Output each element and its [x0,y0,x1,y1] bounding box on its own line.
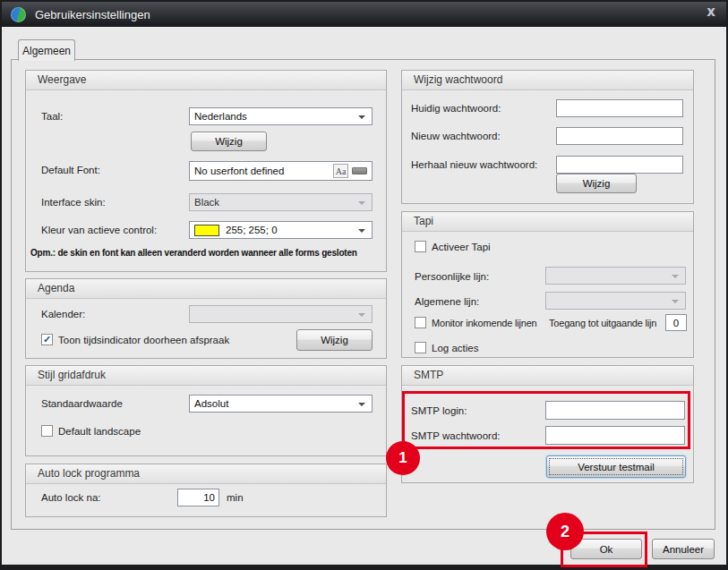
kalender-combobox [189,305,373,323]
tijdsindicator-label: Toon tijdsindicator doorheen afspraak [58,335,229,345]
nieuw-wachtwoord-input[interactable] [556,127,683,145]
interface-skin-label: Interface skin: [41,197,106,208]
smtp-wachtwoord-input[interactable] [545,426,685,445]
auto-lock-group-title: Auto lock programma [26,464,386,484]
auto-lock-input[interactable] [177,489,219,506]
wijzig-wachtwoord-group: Wijzig wachtwoord Huidig wachtwoord: Nie… [401,70,694,204]
nieuw-wachtwoord-label: Nieuw wachtwoord: [411,131,501,141]
default-font-value: No userfont defined [194,166,284,176]
standaardwaarde-combobox[interactable]: Adsolut [189,395,373,413]
auto-lock-unit-label: min [227,492,244,503]
algemene-lijn-combobox [545,292,686,310]
monitor-lijnen-checkbox[interactable] [415,317,426,328]
algemene-lijn-label: Algemene lijn: [415,296,479,307]
window-title: Gebruikersinstellingen [35,8,150,21]
agenda-wijzig-button[interactable]: Wijzig [296,329,373,351]
stijl-gridafdruk-group: Stijl gridafdruk Standaardwaarde Adsolut… [25,365,387,456]
toegang-input[interactable] [665,314,687,331]
activeer-tapi-label: Activeer Tapi [432,242,491,252]
chevron-down-icon [358,403,365,406]
weergave-group-title: Weergave [26,71,386,90]
kleur-label: Kleur van actieve control: [41,225,157,235]
verstuur-testmail-button[interactable]: Verstuur testmail [546,455,686,478]
stijl-gridafdruk-group-title: Stijl gridafdruk [26,366,386,386]
chevron-down-icon [672,300,679,303]
activeer-tapi-checkbox[interactable] [415,241,426,252]
chevron-down-icon [358,313,365,317]
agenda-group-title: Agenda [26,279,386,299]
annotation-badge-1: 1 [386,441,420,475]
title-bar: Gebruikersinstellingen [2,2,726,27]
herhaal-wachtwoord-label: Herhaal nieuw wachtwoord: [411,159,537,170]
log-acties-label: Log acties [432,343,478,353]
smtp-login-label: SMTP login: [411,405,467,416]
font-color-icon[interactable] [352,167,367,174]
auto-lock-group: Auto lock programma Auto lock na: min [25,464,387,517]
persoonlijke-lijn-label: Persoonlijke lijn: [415,271,489,282]
default-landscape-checkbox[interactable] [41,425,53,437]
kalender-label: Kalender: [41,309,85,319]
default-font-label: Default Font: [41,165,100,175]
smtp-wachtwoord-label: SMTP wachtwoord: [411,430,501,441]
annuleer-button[interactable]: Annuleer [652,539,715,559]
weergave-group: Weergave Taal: Nederlands Wijzig Default… [25,70,387,272]
close-icon[interactable]: x [707,4,715,20]
tapi-group-title: Tapi [402,212,693,232]
huidig-wachtwoord-label: Huidig wachtwoord: [411,103,501,114]
app-icon [11,7,26,22]
annotation-badge-2: 2 [546,513,584,550]
wijzig-wachtwoord-group-title: Wijzig wachtwoord [402,71,693,90]
skin-font-note: Opm.: de skin en font kan alleen verande… [30,248,357,258]
standaardwaarde-label: Standaardwaarde [41,398,123,409]
interface-skin-combobox: Black [189,193,373,211]
kleur-selected-value: 255; 255; 0 [226,225,278,235]
taal-label: Taal: [41,111,63,122]
font-preview-icon[interactable]: Aa [333,164,348,178]
tijdsindicator-checkbox[interactable] [41,334,53,345]
color-swatch [194,225,219,236]
kleur-combobox[interactable]: 255; 255; 0 [189,221,373,239]
taal-wijzig-button[interactable]: Wijzig [191,132,267,151]
huidig-wachtwoord-input[interactable] [556,99,683,117]
persoonlijke-lijn-combobox [545,267,686,285]
auto-lock-label: Auto lock na: [41,492,100,503]
standaardwaarde-selected-value: Adsolut [194,398,228,409]
ok-button[interactable]: Ok [570,539,642,559]
tab-algemeen[interactable]: Algemeen [18,39,75,61]
log-acties-checkbox[interactable] [415,342,426,353]
taal-selected-value: Nederlands [194,111,247,122]
chevron-down-icon [358,201,365,205]
interface-skin-selected-value: Black [194,197,219,208]
default-font-field[interactable]: No userfont defined Aa [189,161,373,181]
monitor-lijnen-label: Monitor inkomende lijnen [432,318,537,328]
smtp-group: SMTP SMTP login: SMTP wachtwoord: Verstu… [401,365,694,483]
chevron-down-icon [358,115,365,119]
default-landscape-label: Default landscape [58,426,141,437]
toegang-label: Toegang tot uitgaande lijn [549,318,656,328]
herhaal-wachtwoord-input[interactable] [556,156,683,174]
gebruikersinstellingen-dialog: Gebruikersinstellingen x Algemeen Weerga… [0,0,728,570]
agenda-group: Agenda Kalender: Toon tijdsindicator doo… [25,278,387,359]
chevron-down-icon [672,275,679,278]
tapi-group: Tapi Activeer Tapi Persoonlijke lijn: Al… [401,211,694,358]
smtp-login-input[interactable] [545,401,685,420]
taal-combobox[interactable]: Nederlands [189,107,373,125]
wachtwoord-wijzig-button[interactable]: Wijzig [556,174,637,193]
chevron-down-icon [358,229,365,233]
smtp-group-title: SMTP [402,366,693,386]
